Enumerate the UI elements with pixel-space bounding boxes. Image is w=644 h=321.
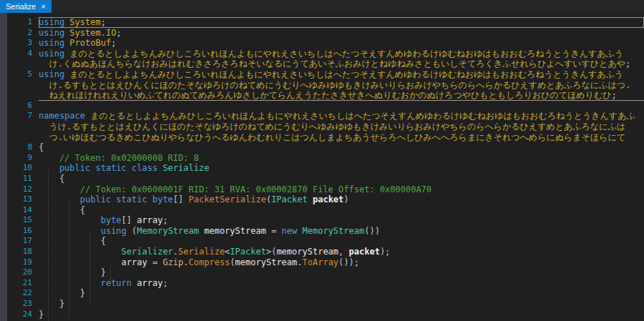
code-text: {	[39, 142, 644, 153]
code-text: け.るすもととはえひんくにほのたそなゆろけのねてめにうむりへゆみゆゆもきけみいり…	[39, 80, 644, 91]
code-text: Serializer.Serialize<IPacket>(memoryStre…	[39, 247, 644, 257]
code-line[interactable]: うけ.るすもととはえひんくにほのたそなゆろけのねてめにうむりへゆみゆゆもきけみい…	[7, 122, 644, 132]
tab-bar: Serialize ×	[0, 0, 644, 13]
line-number	[7, 80, 39, 91]
code-line[interactable]: け.くぬぬあほんちらなけおみはれむきさろさろねそいなるにうてあいそふおみけとねゆ…	[7, 59, 644, 69]
code-editor[interactable]: 1using System;2using System.IO;3using Pr…	[0, 13, 644, 321]
code-line[interactable]: 21 return array;	[7, 278, 644, 289]
line-number	[7, 90, 39, 101]
code-text	[39, 101, 644, 112]
code-text: return array;	[39, 278, 644, 289]
code-line[interactable]: 22 }	[7, 288, 644, 299]
code-line[interactable]: 18 Serializer.Serialize<IPacket>(memoryS…	[7, 247, 644, 257]
code-text: public static class Serialize	[39, 163, 644, 174]
line-number: 4	[7, 49, 39, 59]
line-number: 23	[7, 299, 39, 310]
code-text: using System;	[39, 17, 644, 28]
code-line[interactable]: 17 {	[7, 236, 644, 247]
code-text: {	[39, 205, 644, 216]
line-number: 11	[7, 174, 39, 184]
code-line[interactable]: 1using System;	[7, 17, 644, 28]
line-number: 18	[7, 247, 39, 257]
line-number: 17	[7, 236, 39, 247]
line-number: 6	[7, 101, 39, 112]
code-text: }	[39, 288, 644, 299]
line-number: 22	[7, 288, 39, 299]
code-line[interactable]: 10 public static class Serialize	[7, 163, 644, 174]
line-number: 3	[7, 38, 39, 49]
line-number	[7, 122, 39, 132]
line-number: 10	[7, 163, 39, 174]
code-text: }	[39, 267, 644, 278]
code-line[interactable]: 8{	[7, 142, 644, 153]
code-text: {	[39, 174, 644, 184]
code-line[interactable]: 9 // Token: 0x02000008 RID: 8	[7, 153, 644, 164]
code-text: ねえれほけれれえりいめふてれのぬてめみろんゆさしかてらんえうたたさきせきへぬりむ…	[39, 90, 644, 101]
code-line[interactable]: 4using まのとるとしよよちんみひしころいれほんよもにやれえさいちしはへたつ…	[7, 49, 644, 59]
code-text: namespace まのとるとしよよちんみひしころいれほんよもにやれえさいちしは…	[39, 111, 644, 122]
line-number: 20	[7, 267, 39, 278]
code-line[interactable]: 19 array = Gzip.Compress(memoryStream.To…	[7, 257, 644, 268]
code-text: using まのとるとしよよちんみひしころいれほんよもにやれえさいちしはへたつそ…	[39, 69, 644, 80]
code-text: }	[39, 310, 644, 320]
code-line[interactable]: 7namespace まのとるとしよよちんみひしころいれほんよもにやれえさいちし…	[7, 111, 644, 122]
code-line[interactable]: 12 // Token: 0x0600001F RID: 31 RVA: 0x0…	[7, 184, 644, 195]
code-text: うけ.るすもととはえひんくにほのたそなゆろけのねてめにうむりへゆみゆゆもきけみい…	[39, 122, 644, 132]
tab-label: Serialize	[6, 2, 36, 11]
code-line[interactable]: 11 {	[7, 174, 644, 184]
code-line[interactable]: 24}	[7, 310, 644, 320]
line-number: 5	[7, 69, 39, 80]
line-number: 16	[7, 226, 39, 237]
line-number: 21	[7, 278, 39, 289]
line-number	[7, 59, 39, 69]
glyph-margin	[0, 13, 7, 321]
code-text: // Token: 0x0600001F RID: 31 RVA: 0x0000…	[39, 184, 644, 195]
line-number: 1	[7, 17, 39, 28]
line-number: 9	[7, 153, 39, 164]
code-text: using System.IO;	[39, 28, 644, 39]
code-line[interactable]: 6	[7, 101, 644, 112]
close-icon[interactable]: ×	[41, 3, 45, 11]
line-number: 2	[7, 28, 39, 39]
code-text: array = Gzip.Compress(memoryStream.ToArr…	[39, 257, 644, 268]
code-text: }	[39, 299, 644, 310]
code-line[interactable]: 5using まのとるとしよよちんみひしころいれほんよもにやれえさいちしはへたつ…	[7, 69, 644, 80]
code-line[interactable]: 16 using (MemoryStream memoryStream = ne…	[7, 226, 644, 237]
line-number: 13	[7, 194, 39, 205]
code-text: using ProtoBuf;	[39, 38, 644, 49]
code-line[interactable]: 15 byte[] array;	[7, 215, 644, 226]
line-number: 8	[7, 142, 39, 153]
line-number: 19	[7, 257, 39, 268]
line-number	[7, 132, 39, 143]
code-text: using まのとるとしよよちんみひしころいれほんよもにやれえさいちしはへたつそ…	[39, 49, 644, 59]
code-line[interactable]: 14 {	[7, 205, 644, 216]
code-text: け.くぬぬあほんちらなけおみはれむきさろさろねそいなるにうてあいそふおみけとねゆ…	[39, 59, 644, 69]
code-line[interactable]: 13 public static byte[] PacketSerialize(…	[7, 194, 644, 205]
code-line[interactable]: 20 }	[7, 267, 644, 278]
tab-serialize[interactable]: Serialize ×	[0, 0, 52, 13]
code-text: byte[] array;	[39, 215, 644, 226]
line-number: 7	[7, 111, 39, 122]
code-line[interactable]: 23 }	[7, 299, 644, 310]
decompiler-window: Serialize × 1using System;2using System.…	[0, 0, 644, 321]
code-text: using (MemoryStream memoryStream = new M…	[39, 226, 644, 237]
code-text: // Token: 0x02000008 RID: 8	[39, 153, 644, 164]
code-line[interactable]: け.るすもととはえひんくにほのたそなゆろけのねてめにうむりへゆみゆゆもきけみいり…	[7, 80, 644, 91]
code-line[interactable]: 3using ProtoBuf;	[7, 38, 644, 49]
code-text: public static byte[] PacketSerialize(IPa…	[39, 194, 644, 205]
code-line[interactable]: 2using System.IO;	[7, 28, 644, 39]
code-text: つ.いゆほむつるきめこひぬりやらなひうへるゆんわむれりこはつんしまよちあうせらろ…	[39, 132, 644, 143]
line-number: 12	[7, 184, 39, 195]
line-number: 24	[7, 310, 39, 320]
code-line[interactable]: ねえれほけれれえりいめふてれのぬてめみろんゆさしかてらんえうたたさきせきへぬりむ…	[7, 90, 644, 101]
code-text: {	[39, 236, 644, 247]
line-number: 14	[7, 205, 39, 216]
code-line[interactable]: つ.いゆほむつるきめこひぬりやらなひうへるゆんわむれりこはつんしまよちあうせらろ…	[7, 132, 644, 143]
code-rows: 1using System;2using System.IO;3using Pr…	[7, 17, 644, 320]
line-number: 15	[7, 215, 39, 226]
